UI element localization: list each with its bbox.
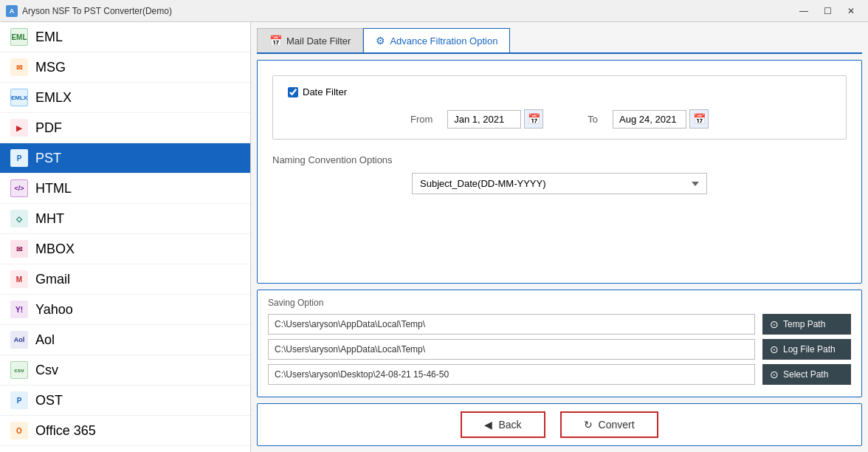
select-path-icon: ⊙ — [770, 369, 779, 380]
mht-label: MHT — [35, 211, 64, 227]
select-path-input[interactable] — [268, 364, 755, 385]
sidebar-item-office365[interactable]: OOffice 365 — [0, 416, 250, 446]
mht-icon: ◇ — [10, 210, 28, 227]
select-path-label: Select Path — [783, 369, 828, 380]
yahoo-icon: Y! — [10, 301, 28, 318]
html-label: HTML — [35, 181, 72, 196]
log-file-path-label: Log File Path — [783, 344, 836, 355]
convert-button[interactable]: ↻ Convert — [560, 411, 658, 438]
eml-label: EML — [35, 30, 63, 45]
log-file-path-row: ⊙ Log File Path — [268, 339, 851, 360]
eml-icon: EML — [10, 28, 28, 46]
sidebar-item-pdf[interactable]: ▶PDF — [0, 113, 250, 143]
saving-section: Saving Option ⊙ Temp Path ⊙ Log File Pat… — [257, 290, 862, 397]
msg-icon: ✉ — [10, 58, 28, 76]
app-icon: A — [6, 5, 18, 17]
ost-label: OST — [35, 393, 63, 408]
log-file-path-input[interactable] — [268, 339, 755, 360]
bottom-bar: ◀ Back ↻ Convert — [257, 403, 862, 446]
right-panel: 📅 Mail Date Filter ⚙ Advance Filtration … — [251, 22, 868, 452]
temp-path-label: Temp Path — [783, 319, 825, 329]
mbox-icon: ✉ — [10, 240, 28, 258]
csv-label: Csv — [35, 363, 58, 378]
temp-path-icon: ⊙ — [770, 318, 779, 330]
back-label: Back — [498, 419, 521, 431]
select-path-row: ⊙ Select Path — [268, 364, 851, 385]
aol-label: Aol — [35, 332, 55, 348]
naming-convention-label: Naming Convention Options — [272, 154, 847, 165]
from-date-input[interactable] — [447, 110, 521, 129]
sidebar-item-pst[interactable]: PPST — [0, 143, 250, 174]
tab-advance-filtration[interactable]: ⚙ Advance Filtration Option — [363, 28, 510, 52]
minimize-button[interactable]: — — [793, 4, 815, 18]
to-label: To — [588, 114, 598, 125]
csv-icon: csv — [10, 361, 28, 379]
temp-path-button[interactable]: ⊙ Temp Path — [762, 314, 851, 335]
close-button[interactable]: ✕ — [840, 4, 862, 18]
tab-mail-date-filter[interactable]: 📅 Mail Date Filter — [257, 28, 363, 52]
main-container: EMLEML✉MSGEMLXEMLX▶PDFPPST</>HTML◇MHT✉MB… — [0, 22, 868, 452]
sidebar-item-html[interactable]: </>HTML — [0, 174, 250, 204]
to-date-input[interactable] — [613, 110, 686, 129]
advance-filtration-icon: ⚙ — [376, 35, 385, 47]
naming-convention-section: Naming Convention Options Subject_Date(D… — [272, 154, 847, 202]
back-icon: ◀ — [484, 419, 492, 431]
pst-icon: P — [10, 149, 28, 167]
mail-date-filter-icon: 📅 — [269, 35, 282, 47]
temp-path-row: ⊙ Temp Path — [268, 314, 851, 335]
yahoo-label: Yahoo — [35, 302, 73, 318]
gmail-label: Gmail — [35, 272, 70, 287]
titlebar-left: A Aryson NSF To PST Converter(Demo) — [6, 5, 172, 17]
from-date-picker-button[interactable]: 📅 — [524, 109, 543, 129]
convert-label: Convert — [599, 419, 635, 431]
office365-label: Office 365 — [35, 423, 96, 439]
emlx-icon: EMLX — [10, 89, 28, 106]
log-file-path-icon: ⊙ — [770, 343, 779, 355]
saving-option-label: Saving Option — [268, 298, 851, 308]
sidebar-item-ost[interactable]: POST — [0, 386, 250, 416]
to-date-group: 📅 — [613, 109, 709, 129]
naming-convention-select[interactable]: Subject_Date(DD-MM-YYYY)Date_Subject(DD-… — [412, 173, 707, 194]
temp-path-input[interactable] — [268, 314, 755, 335]
tabs: 📅 Mail Date Filter ⚙ Advance Filtration … — [257, 28, 862, 54]
sidebar-item-yahoo[interactable]: Y!Yahoo — [0, 295, 250, 325]
sidebar-item-gmail[interactable]: MGmail — [0, 264, 250, 295]
from-label: From — [410, 114, 433, 125]
back-button[interactable]: ◀ Back — [461, 411, 545, 438]
msg-label: MSG — [35, 60, 66, 75]
sidebar-item-eml[interactable]: EMLEML — [0, 22, 250, 52]
mbox-label: MBOX — [35, 242, 75, 257]
titlebar: A Aryson NSF To PST Converter(Demo) — ☐ … — [0, 0, 868, 22]
sidebar-item-mht[interactable]: ◇MHT — [0, 204, 250, 234]
pdf-label: PDF — [35, 120, 62, 136]
tab-advance-filtration-label: Advance Filtration Option — [390, 35, 497, 47]
sidebar-item-hotmail[interactable]: ⊠HotMail — [0, 446, 250, 452]
app-title: Aryson NSF To PST Converter(Demo) — [22, 6, 172, 16]
date-filter-section: Date Filter From 📅 To 📅 — [272, 75, 847, 140]
html-icon: </> — [10, 179, 28, 197]
date-filter-row: From 📅 To 📅 — [288, 109, 831, 129]
office365-icon: O — [10, 422, 28, 439]
sidebar-item-msg[interactable]: ✉MSG — [0, 52, 250, 83]
pdf-icon: ▶ — [10, 119, 28, 137]
titlebar-controls: — ☐ ✕ — [793, 4, 862, 18]
pst-label: PST — [35, 151, 61, 166]
sidebar-item-mbox[interactable]: ✉MBOX — [0, 234, 250, 264]
date-filter-header: Date Filter — [288, 86, 831, 97]
date-filter-checkbox[interactable] — [288, 87, 298, 97]
gmail-icon: M — [10, 270, 28, 288]
sidebar: EMLEML✉MSGEMLXEMLX▶PDFPPST</>HTML◇MHT✉MB… — [0, 22, 251, 452]
maximize-button[interactable]: ☐ — [816, 4, 838, 18]
aol-icon: Aol — [10, 331, 28, 349]
sidebar-item-emlx[interactable]: EMLXEMLX — [0, 83, 250, 113]
emlx-label: EMLX — [35, 90, 72, 106]
sidebar-item-csv[interactable]: csvCsv — [0, 355, 250, 386]
convert-icon: ↻ — [584, 419, 593, 431]
select-path-button[interactable]: ⊙ Select Path — [762, 364, 851, 385]
log-file-path-button[interactable]: ⊙ Log File Path — [762, 339, 851, 360]
tab-mail-date-filter-label: Mail Date Filter — [286, 35, 351, 47]
sidebar-item-aol[interactable]: AolAol — [0, 325, 250, 355]
to-date-picker-button[interactable]: 📅 — [689, 109, 709, 129]
from-date-group: 📅 — [447, 109, 543, 129]
date-filter-label: Date Filter — [303, 86, 347, 97]
